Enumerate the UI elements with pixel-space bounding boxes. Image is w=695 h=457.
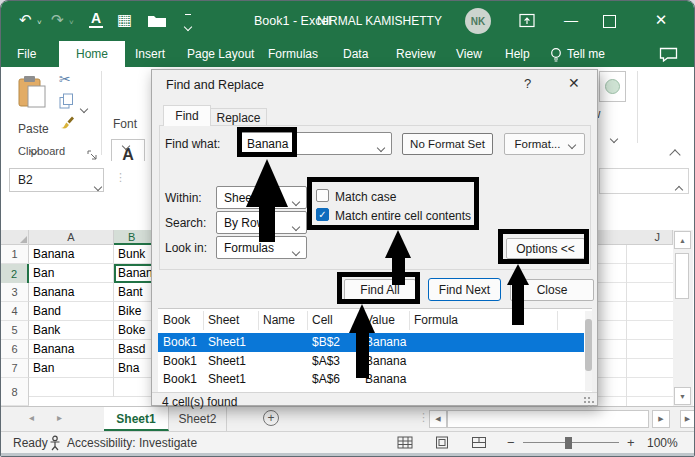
row-header-6[interactable]: 6 xyxy=(1,340,29,359)
account-name[interactable]: NIRMAL KAMISHETTY xyxy=(317,14,442,28)
cell-b2-selected[interactable]: Banana xyxy=(114,264,153,283)
sheet-tab-sheet2[interactable]: Sheet2 xyxy=(169,407,227,431)
partial-ribbon-button[interactable] xyxy=(599,71,626,102)
copy-icon[interactable] xyxy=(59,93,74,113)
results-scrollbar[interactable] xyxy=(585,311,592,391)
row-header-3[interactable]: 3 xyxy=(1,283,29,302)
tab-review[interactable]: Review xyxy=(396,41,435,67)
cell-a7[interactable]: Ban xyxy=(29,359,114,378)
zoom-in-button[interactable]: + xyxy=(627,435,635,450)
tab-insert[interactable]: Insert xyxy=(135,41,165,67)
zoom-level[interactable]: 100% xyxy=(647,436,678,450)
cell-a1[interactable]: Banana xyxy=(29,245,114,264)
close-button[interactable]: ✕ xyxy=(649,10,673,30)
undo-dropdown-icon[interactable]: ˅ xyxy=(37,18,42,27)
row-header-4[interactable]: 4 xyxy=(1,302,29,321)
cell-a3[interactable]: Banana xyxy=(29,283,114,302)
underline-icon[interactable]: A xyxy=(89,10,103,28)
page-break-view-icon[interactable] xyxy=(471,436,487,452)
tab-help[interactable]: Help xyxy=(505,41,530,67)
redo-dropdown-icon[interactable]: ˅ xyxy=(69,18,74,27)
results-scroll-thumb[interactable] xyxy=(585,319,592,371)
look-in-dropdown-icon[interactable] xyxy=(293,244,299,258)
tab-view[interactable]: View xyxy=(456,41,482,67)
resize-grip-icon[interactable] xyxy=(584,397,586,399)
maximize-button[interactable] xyxy=(603,15,616,28)
col-header-cell[interactable]: Cell xyxy=(312,309,333,332)
horizontal-scroll-thumb[interactable] xyxy=(447,410,649,428)
expand-formula-bar-icon[interactable] xyxy=(676,179,682,197)
page-layout-view-icon[interactable] xyxy=(434,436,450,452)
sheet-tab-sheet1[interactable]: Sheet1 xyxy=(104,407,169,431)
dialog-help-icon[interactable]: ? xyxy=(524,76,531,91)
col-header-formula[interactable]: Formula xyxy=(414,309,458,332)
dialog-close-icon[interactable]: ✕ xyxy=(568,75,580,91)
cell-a2[interactable]: Ban xyxy=(29,264,114,283)
cell-a6[interactable]: Banana xyxy=(29,340,114,359)
ribbon-display-options-icon[interactable] xyxy=(519,13,535,32)
name-box-dropdown-icon[interactable] xyxy=(95,179,101,193)
new-sheet-button[interactable]: + xyxy=(263,410,279,426)
row-header-2[interactable]: 2 xyxy=(1,264,29,283)
accessibility-status[interactable]: Accessibility: Investigate xyxy=(67,436,197,450)
normal-view-icon[interactable] xyxy=(397,436,413,452)
within-dropdown-icon[interactable] xyxy=(293,194,299,208)
cell-b5[interactable]: Boke xyxy=(114,321,153,340)
minimize-button[interactable]: — xyxy=(559,10,583,30)
cell-b6[interactable]: Basd xyxy=(114,340,153,359)
empty-cells[interactable] xyxy=(597,245,673,406)
scroll-down-button[interactable]: ▼ xyxy=(674,387,691,405)
redo-icon[interactable]: ↷ xyxy=(51,12,64,28)
tab-formulas[interactable]: Formulas xyxy=(268,41,318,67)
sheet-nav-right-icon[interactable]: ▸ xyxy=(57,412,62,423)
cell-b3[interactable]: Bant xyxy=(114,283,153,302)
tab-page-layout[interactable]: Page Layout xyxy=(187,41,254,67)
col-header-name[interactable]: Name xyxy=(263,309,295,332)
cell-a5[interactable]: Bank xyxy=(29,321,114,340)
dialog-tab-replace[interactable]: Replace xyxy=(211,108,267,126)
customize-qat-icon[interactable] xyxy=(185,14,191,34)
comments-icon[interactable] xyxy=(659,47,678,66)
paste-icon[interactable] xyxy=(17,75,49,112)
vertical-scroll-thumb[interactable] xyxy=(675,253,689,299)
col-header-book[interactable]: Book xyxy=(163,309,190,332)
copy-dropdown-icon[interactable] xyxy=(81,98,87,116)
borders-grid-icon[interactable]: ▦ xyxy=(117,12,132,28)
open-folder-icon[interactable] xyxy=(147,13,167,32)
zoom-slider-handle[interactable] xyxy=(565,437,572,449)
name-box[interactable]: B2 xyxy=(9,168,104,192)
formula-bar-fragment[interactable] xyxy=(599,168,689,194)
column-header-a[interactable]: A xyxy=(29,230,114,245)
font-group-label[interactable]: Font xyxy=(113,117,137,131)
zoom-out-button[interactable]: − xyxy=(507,435,515,450)
avatar[interactable]: NK xyxy=(465,8,491,34)
hscroll-left-button[interactable]: ◀ xyxy=(429,410,447,428)
find-next-button[interactable]: Find Next xyxy=(428,278,501,301)
row-header-7[interactable]: 7 xyxy=(1,359,29,378)
cell-b1[interactable]: Bunk xyxy=(114,245,153,264)
find-what-dropdown-icon[interactable] xyxy=(378,140,384,154)
cut-icon[interactable]: ✂ xyxy=(59,71,71,87)
cell-a4[interactable]: Band xyxy=(29,302,114,321)
tab-data[interactable]: Data xyxy=(343,41,368,67)
row-header-5[interactable]: 5 xyxy=(1,321,29,340)
formula-bar-divider-icon[interactable]: ⋮ xyxy=(115,171,126,184)
sheet-nav-left-icon[interactable]: ◂ xyxy=(29,412,34,423)
scroll-up-button[interactable]: ▲ xyxy=(674,231,691,249)
tab-scrollbar-divider-icon[interactable]: ⋮ xyxy=(418,411,429,424)
select-all-corner[interactable] xyxy=(1,230,29,245)
hscroll-right-button[interactable]: ▶ xyxy=(652,410,670,428)
paste-label[interactable]: Paste xyxy=(18,122,49,136)
tab-home[interactable]: Home xyxy=(59,41,125,67)
row-header-8[interactable]: 8 xyxy=(1,378,29,406)
search-dropdown-icon[interactable] xyxy=(293,219,299,233)
col-header-sheet[interactable]: Sheet xyxy=(208,309,239,332)
format-painter-icon[interactable] xyxy=(59,115,75,134)
hscroll-far-right-button[interactable]: ▶ xyxy=(680,410,695,428)
column-header-j[interactable]: J xyxy=(597,230,673,245)
undo-icon[interactable]: ↶ xyxy=(19,12,32,28)
vertical-scrollbar[interactable]: ▲ ▼ xyxy=(673,230,693,406)
format-button[interactable]: Format... xyxy=(504,133,585,155)
tab-tell-me[interactable]: Tell me xyxy=(567,41,605,67)
dialog-tab-find[interactable]: Find xyxy=(163,105,211,126)
